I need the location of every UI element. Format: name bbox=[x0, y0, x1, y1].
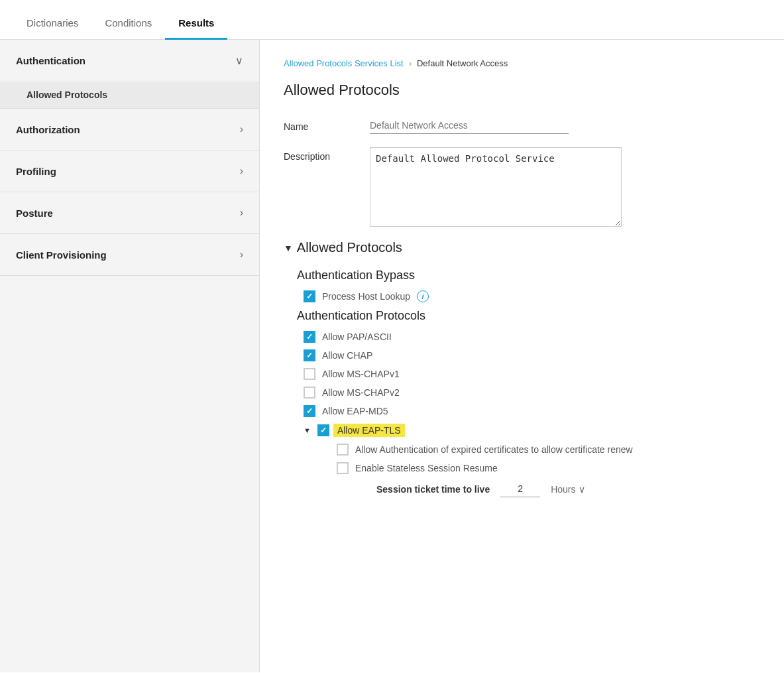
top-tabs: Dictionaries Conditions Results bbox=[0, 0, 784, 40]
toggle-arrow-icon: ▼ bbox=[284, 243, 293, 253]
protocol-row-pap: Allow PAP/ASCII bbox=[304, 331, 760, 343]
breadcrumb-current: Default Network Access bbox=[417, 58, 508, 68]
eapmd5-label: Allow EAP-MD5 bbox=[322, 406, 388, 416]
main-layout: Authentication ∨ Allowed Protocols Autho… bbox=[0, 40, 784, 672]
process-host-lookup-label: Process Host Lookup bbox=[322, 291, 410, 302]
name-field-row: Name bbox=[284, 117, 760, 134]
pap-checkbox[interactable] bbox=[304, 331, 315, 343]
auth-protocols-title: Authentication Protocols bbox=[297, 309, 760, 323]
protocol-row-mschapv2: Allow MS-CHAPv2 bbox=[304, 387, 760, 398]
chap-label: Allow CHAP bbox=[322, 350, 372, 361]
protocol-row-mschapv1: Allow MS-CHAPv1 bbox=[304, 368, 760, 380]
sidebar: Authentication ∨ Allowed Protocols Autho… bbox=[0, 40, 260, 672]
mschapv2-checkbox[interactable] bbox=[304, 387, 315, 398]
sidebar-item-allowed-protocols[interactable]: Allowed Protocols bbox=[0, 82, 259, 108]
tab-conditions[interactable]: Conditions bbox=[91, 8, 165, 40]
sidebar-section-posture: Posture › bbox=[0, 192, 259, 234]
session-ticket-unit-label: Hours bbox=[551, 484, 575, 495]
sidebar-authorization-chevron: › bbox=[240, 123, 243, 135]
description-textarea[interactable]: Default Allowed Protocol Service bbox=[370, 147, 622, 227]
session-ticket-unit-select[interactable]: Hours ∨ bbox=[551, 484, 585, 495]
sidebar-authentication-header[interactable]: Authentication ∨ bbox=[0, 40, 259, 82]
name-input[interactable] bbox=[370, 117, 569, 134]
stateless-session-row: Enable Stateless Session Resume bbox=[337, 462, 760, 474]
eaptls-checkbox[interactable] bbox=[317, 424, 329, 436]
tab-results[interactable]: Results bbox=[165, 8, 227, 40]
sidebar-client-provisioning-chevron: › bbox=[240, 249, 243, 261]
eapmd5-checkbox[interactable] bbox=[304, 405, 315, 417]
sidebar-posture-chevron: › bbox=[240, 207, 243, 219]
description-field-row: Description Default Allowed Protocol Ser… bbox=[284, 147, 760, 227]
process-host-lookup-info-icon[interactable]: i bbox=[417, 290, 429, 302]
eap-tls-sub-options: Allow Authentication of expired certific… bbox=[337, 444, 760, 497]
eaptls-label: Allow EAP-TLS bbox=[333, 424, 405, 437]
sidebar-authentication-title: Authentication bbox=[16, 55, 85, 66]
sidebar-section-authorization: Authorization › bbox=[0, 109, 259, 151]
expired-cert-label: Allow Authentication of expired certific… bbox=[355, 444, 633, 455]
expired-cert-checkbox[interactable] bbox=[337, 444, 349, 456]
sidebar-client-provisioning-title: Client Provisioning bbox=[16, 249, 107, 261]
mschapv1-checkbox[interactable] bbox=[304, 368, 315, 380]
sidebar-profiling-header[interactable]: Profiling › bbox=[0, 151, 259, 192]
mschapv1-label: Allow MS-CHAPv1 bbox=[322, 369, 400, 379]
tab-dictionaries[interactable]: Dictionaries bbox=[13, 8, 91, 40]
description-label: Description bbox=[284, 147, 357, 162]
breadcrumb-link[interactable]: Allowed Protocols Services List bbox=[284, 58, 404, 68]
eap-tls-row: ▼ Allow EAP-TLS bbox=[304, 424, 760, 437]
stateless-session-label: Enable Stateless Session Resume bbox=[355, 463, 498, 473]
sidebar-section-client-provisioning: Client Provisioning › bbox=[0, 234, 259, 276]
sidebar-section-authentication: Authentication ∨ Allowed Protocols bbox=[0, 40, 259, 109]
pap-label: Allow PAP/ASCII bbox=[322, 332, 392, 342]
breadcrumb-separator: › bbox=[409, 58, 412, 68]
eap-tls-expand-icon[interactable]: ▼ bbox=[304, 426, 311, 434]
name-label: Name bbox=[284, 117, 357, 132]
sidebar-profiling-chevron: › bbox=[240, 165, 243, 177]
sidebar-client-provisioning-header[interactable]: Client Provisioning › bbox=[0, 234, 259, 275]
sidebar-authentication-chevron: ∨ bbox=[235, 54, 243, 67]
stateless-session-checkbox[interactable] bbox=[337, 462, 349, 474]
mschapv2-label: Allow MS-CHAPv2 bbox=[322, 387, 400, 398]
sidebar-posture-title: Posture bbox=[16, 208, 53, 219]
protocol-row-chap: Allow CHAP bbox=[304, 349, 760, 361]
expired-cert-row: Allow Authentication of expired certific… bbox=[337, 444, 760, 456]
content-area: Allowed Protocols Services List › Defaul… bbox=[260, 40, 784, 672]
chap-checkbox[interactable] bbox=[304, 349, 315, 361]
protocol-row-eapmd5: Allow EAP-MD5 bbox=[304, 405, 760, 417]
session-ticket-unit-chevron-icon: ∨ bbox=[579, 484, 585, 495]
allowed-protocols-toggle[interactable]: ▼ Allowed Protocols bbox=[284, 240, 760, 255]
session-ticket-label: Session ticket time to live bbox=[376, 484, 490, 495]
protocol-section: Authentication Bypass Process Host Looku… bbox=[297, 269, 760, 497]
auth-bypass-title: Authentication Bypass bbox=[297, 269, 760, 282]
sidebar-profiling-title: Profiling bbox=[16, 166, 56, 177]
allowed-protocols-section-title: Allowed Protocols bbox=[297, 240, 402, 255]
page-title: Allowed Protocols bbox=[284, 82, 760, 99]
sidebar-section-profiling: Profiling › bbox=[0, 151, 259, 192]
sidebar-authorization-title: Authorization bbox=[16, 124, 80, 135]
breadcrumb: Allowed Protocols Services List › Defaul… bbox=[284, 58, 760, 68]
sidebar-authorization-header[interactable]: Authorization › bbox=[0, 109, 259, 150]
process-host-lookup-row: Process Host Lookup i bbox=[304, 290, 760, 302]
sidebar-posture-header[interactable]: Posture › bbox=[0, 192, 259, 233]
session-ticket-row: Session ticket time to live Hours ∨ bbox=[376, 481, 760, 497]
process-host-lookup-checkbox[interactable] bbox=[304, 290, 315, 302]
session-ticket-value[interactable] bbox=[500, 481, 540, 497]
